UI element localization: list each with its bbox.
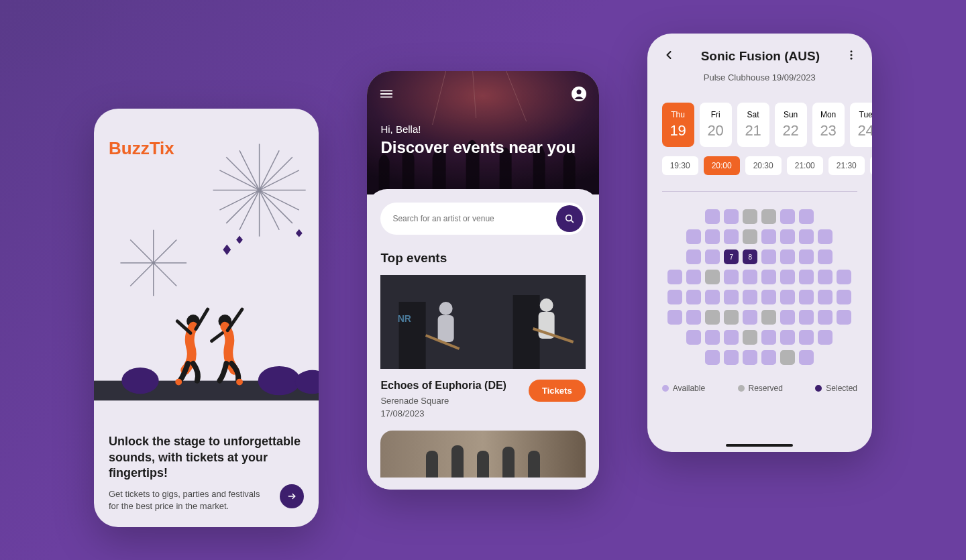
seat-available[interactable] — [780, 249, 795, 264]
content-panel: Top events — [367, 189, 598, 490]
legend-dot-available — [662, 385, 669, 392]
seat-available[interactable] — [837, 290, 851, 304]
seat-available[interactable] — [837, 310, 851, 325]
onboarding-subtext: Get tickets to gigs, parties and festiva… — [109, 488, 304, 512]
time-option[interactable]: 20:30 — [745, 156, 782, 175]
svg-point-56 — [850, 50, 852, 52]
seat-available[interactable] — [761, 330, 776, 345]
seat-available[interactable] — [724, 209, 739, 224]
seat-available[interactable] — [667, 310, 682, 325]
svg-point-33 — [236, 379, 243, 386]
onboarding-headline: Unlock the stage to unforgettable sounds… — [109, 434, 304, 481]
date-option[interactable]: Thu19 — [662, 103, 694, 147]
date-option[interactable]: Fri20 — [700, 103, 732, 147]
seat-available[interactable] — [705, 229, 720, 244]
seat-available[interactable] — [837, 270, 851, 284]
svg-line-19 — [154, 240, 177, 264]
seat-available[interactable] — [743, 270, 757, 284]
time-option[interactable]: 19:30 — [662, 156, 698, 175]
seat-available[interactable] — [818, 310, 833, 325]
seat-reserved — [743, 229, 757, 244]
time-option[interactable]: 21:00 — [787, 156, 823, 175]
seat-reserved — [780, 350, 795, 365]
seat-available[interactable] — [780, 209, 795, 224]
seat-available[interactable] — [705, 330, 720, 345]
search-input[interactable] — [392, 214, 555, 223]
svg-line-21 — [154, 263, 177, 286]
date-option[interactable]: Tue24 — [850, 103, 872, 147]
seat-available[interactable] — [724, 290, 739, 304]
profile-button[interactable] — [571, 86, 587, 105]
seat-available[interactable] — [780, 290, 795, 304]
date-option[interactable]: Mon23 — [812, 103, 845, 147]
seat-available[interactable] — [705, 290, 720, 304]
seat-available[interactable] — [799, 290, 814, 304]
tickets-button[interactable]: Tickets — [529, 380, 586, 402]
event-date: 17/08/2023 — [380, 408, 506, 418]
section-title: Top events — [380, 251, 585, 266]
seat-available[interactable] — [667, 270, 682, 284]
seat-available[interactable] — [799, 229, 814, 244]
seat-available[interactable] — [818, 330, 833, 345]
seat-available[interactable] — [780, 270, 795, 284]
seat-selected[interactable]: 8 — [743, 249, 757, 264]
seat-available[interactable] — [705, 249, 720, 264]
discover-screen: Hi, Bella! Discover events near you Top … — [367, 71, 598, 490]
seat-available[interactable] — [724, 229, 739, 244]
svg-line-15 — [219, 170, 259, 190]
seat-available[interactable] — [780, 310, 795, 325]
seat-available[interactable] — [818, 229, 833, 244]
onboarding-screen: BuzzTix — [94, 109, 319, 527]
seat-available[interactable] — [743, 310, 757, 325]
seat-available[interactable] — [686, 330, 701, 345]
seat-available[interactable] — [686, 290, 701, 304]
time-option[interactable]: 21:30 — [828, 156, 865, 175]
seat-available[interactable] — [818, 249, 833, 264]
seat-available[interactable] — [705, 209, 720, 224]
svg-point-27 — [121, 368, 158, 394]
svg-point-31 — [175, 379, 182, 386]
seat-available[interactable] — [761, 350, 776, 365]
date-option[interactable]: Sat21 — [737, 103, 769, 147]
seat-available[interactable] — [743, 290, 757, 304]
seat-available[interactable] — [799, 350, 814, 365]
seat-selected[interactable]: 7 — [724, 249, 739, 264]
seat-available[interactable] — [686, 249, 701, 264]
seat-available[interactable] — [761, 270, 776, 284]
event-card[interactable]: NR Echoes of Euphoria (DE) Serenade Squa… — [380, 275, 585, 478]
seat-available[interactable] — [818, 270, 833, 284]
seat-available[interactable] — [799, 249, 814, 264]
search-button[interactable] — [556, 205, 583, 232]
seat-available[interactable] — [686, 310, 701, 325]
back-button[interactable] — [662, 48, 676, 64]
seat-available[interactable] — [780, 330, 795, 345]
time-option[interactable]: 22:00 — [870, 156, 872, 175]
seat-available[interactable] — [761, 229, 776, 244]
seat-available[interactable] — [799, 330, 814, 345]
seat-available[interactable] — [724, 330, 739, 345]
search-bar[interactable] — [380, 203, 585, 235]
seat-available[interactable] — [743, 350, 757, 365]
svg-line-12 — [260, 190, 280, 230]
seat-available[interactable] — [667, 290, 682, 304]
more-button[interactable] — [845, 49, 857, 64]
date-option[interactable]: Sun22 — [775, 103, 807, 147]
seat-available[interactable] — [799, 209, 814, 224]
svg-line-16 — [239, 150, 260, 190]
event-card-peek[interactable] — [380, 431, 585, 478]
seat-available[interactable] — [780, 229, 795, 244]
seat-reserved — [705, 270, 720, 284]
seat-available[interactable] — [761, 249, 776, 264]
menu-button[interactable] — [379, 87, 394, 104]
time-option[interactable]: 20:00 — [704, 156, 740, 175]
seat-available[interactable] — [818, 290, 833, 304]
seat-available[interactable] — [724, 270, 739, 284]
seat-available[interactable] — [761, 290, 776, 304]
seat-available[interactable] — [705, 350, 720, 365]
seat-available[interactable] — [686, 270, 701, 284]
svg-point-51 — [439, 302, 453, 315]
seat-available[interactable] — [686, 229, 701, 244]
seat-available[interactable] — [799, 310, 814, 325]
seat-available[interactable] — [799, 270, 814, 284]
seat-available[interactable] — [724, 350, 739, 365]
